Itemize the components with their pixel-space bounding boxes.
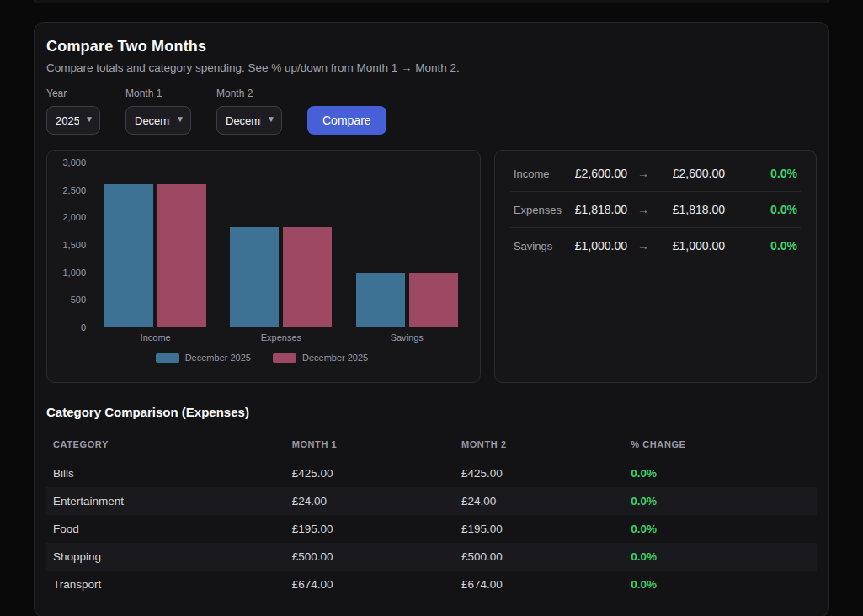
x-axis-label: Savings [356,332,458,343]
cell-month2: £195.00 [455,515,624,543]
bar [230,227,279,327]
page-title: Compare Two Months [46,38,817,56]
cell-month1: £425.00 [285,459,455,488]
summary-change-badge: 0.0% [754,203,797,216]
legend-swatch [156,353,179,363]
legend-label: December 2025 [302,353,368,363]
summary-row: Savings £1,000.00 → £1,000.00 0.0% [510,228,801,263]
cell-category: Entertainment [46,487,285,515]
month2-label: Month 2 [216,88,282,99]
chart-legend: December 2025December 2025 [54,353,470,363]
chart-y-axis: 05001,0001,5002,0002,5003,000 [54,162,93,327]
cell-change: 0.0% [624,571,817,598]
y-axis-tick-label: 1,000 [62,267,86,279]
bar-group [104,184,206,327]
month1-select[interactable]: December [125,106,191,135]
table-row: Transport £674.00 £674.00 0.0% [46,571,817,598]
category-comparison-table: CATEGORY MONTH 1 MONTH 2 % CHANGE Bills … [46,431,817,598]
summary-change-badge: 0.0% [754,239,797,252]
category-comparison-title: Category Comparison (Expenses) [46,405,817,419]
summary-change-badge: 0.0% [754,167,797,180]
y-axis-tick-label: 2,000 [62,211,86,223]
compare-button[interactable]: Compare [307,106,386,135]
year-label: Year [46,88,100,99]
cell-month2: £24.00 [455,487,624,515]
summary-month1-value: £1,000.00 [562,239,627,252]
summary-month2-value: £1,000.00 [659,239,725,252]
summary-list: Income £2,600.00 → £2,600.00 0.0% Expens… [510,156,801,263]
bar [409,273,458,327]
y-axis-tick-label: 3,000 [62,157,86,168]
cell-month1: £674.00 [285,571,455,598]
summary-month2-value: £1,818.00 [659,203,725,216]
month1-label: Month 1 [125,88,191,99]
cell-month2: £500.00 [455,543,624,571]
compare-controls: Year 2025 ▼ Month 1 December ▼ Month 2 D… [46,88,817,135]
y-axis-tick-label: 0 [81,321,86,333]
summary-row: Income £2,600.00 → £2,600.00 0.0% [510,156,801,192]
category-table-body: Bills £425.00 £425.00 0.0% Entertainment… [46,459,817,599]
table-row: Bills £425.00 £425.00 0.0% [46,459,817,488]
table-header-row: CATEGORY MONTH 1 MONTH 2 % CHANGE [46,431,817,459]
cell-category: Shopping [46,543,285,571]
column-header-change: % CHANGE [624,431,817,459]
chart-x-labels: IncomeExpensesSavings [93,332,470,343]
table-row: Food £195.00 £195.00 0.0% [46,515,817,543]
totals-summary-panel: Income £2,600.00 → £2,600.00 0.0% Expens… [494,150,817,383]
summary-month1-value: £1,818.00 [562,203,627,216]
column-header-category: CATEGORY [46,431,285,459]
table-row: Entertainment £24.00 £24.00 0.0% [46,487,817,515]
year-select[interactable]: 2025 [46,106,100,135]
bar [356,273,405,327]
summary-label: Expenses [514,204,562,216]
y-axis-tick-label: 1,500 [62,239,86,251]
cell-change: 0.0% [624,543,817,571]
legend-item: December 2025 [156,353,251,363]
column-header-month1: MONTH 1 [285,431,455,459]
y-axis-tick-label: 500 [71,294,86,305]
x-axis-label: Expenses [230,332,332,343]
summary-label: Savings [514,240,562,252]
bar [283,227,332,327]
cell-change: 0.0% [624,459,817,488]
comparison-bar-chart: 05001,0001,5002,0002,5003,000 IncomeExpe… [46,150,481,383]
bar [104,184,153,327]
legend-swatch [273,353,296,363]
cell-category: Food [46,515,285,543]
cell-category: Transport [46,571,285,598]
legend-label: December 2025 [185,353,251,363]
previous-card-bottom-edge [34,0,829,3]
legend-item: December 2025 [273,353,368,363]
cell-month1: £500.00 [285,543,455,571]
y-axis-tick-label: 2,500 [62,184,86,196]
page-subtitle: Compare totals and category spending. Se… [46,61,817,74]
summary-row: Expenses £1,818.00 → £1,818.00 0.0% [510,192,801,228]
cell-month1: £195.00 [285,515,455,543]
cell-month1: £24.00 [285,487,455,515]
summary-month1-value: £2,600.00 [562,167,627,180]
bar-group [356,273,458,327]
cell-category: Bills [46,459,285,488]
column-header-month2: MONTH 2 [455,431,624,459]
compare-two-months-card: Compare Two Months Compare totals and ca… [34,22,829,616]
arrow-right-icon: → [637,203,649,216]
arrow-right-icon: → [637,167,649,180]
cell-month2: £674.00 [455,571,624,598]
x-axis-label: Income [104,332,206,343]
summary-month2-value: £2,600.00 [659,167,725,180]
chart-plot [93,162,470,327]
cell-change: 0.0% [624,487,817,515]
table-row: Shopping £500.00 £500.00 0.0% [46,543,817,571]
bar-group [230,227,332,327]
month2-select[interactable]: December [216,106,282,135]
arrow-right-icon: → [637,239,649,252]
bar [157,184,206,327]
summary-label: Income [514,167,562,180]
cell-month2: £425.00 [455,459,624,488]
cell-change: 0.0% [624,515,817,543]
